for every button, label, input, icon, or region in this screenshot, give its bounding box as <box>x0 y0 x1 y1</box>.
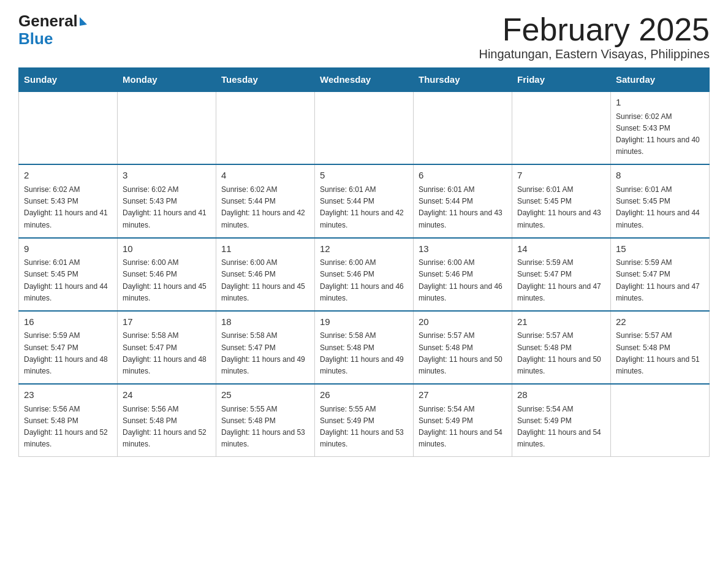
calendar-cell: 10Sunrise: 6:00 AM Sunset: 5:46 PM Dayli… <box>118 238 216 311</box>
day-info: Sunrise: 6:01 AM Sunset: 5:44 PM Dayligh… <box>320 184 408 231</box>
day-info: Sunrise: 6:02 AM Sunset: 5:44 PM Dayligh… <box>221 184 309 231</box>
calendar-subtitle: Hingatungan, Eastern Visayas, Philippine… <box>479 47 710 61</box>
calendar-header-thursday: Thursday <box>414 68 512 92</box>
calendar-cell: 4Sunrise: 6:02 AM Sunset: 5:44 PM Daylig… <box>216 164 315 237</box>
calendar-cell: 21Sunrise: 5:57 AM Sunset: 5:48 PM Dayli… <box>512 311 611 384</box>
calendar-table: SundayMondayTuesdayWednesdayThursdayFrid… <box>18 67 710 457</box>
day-number: 18 <box>221 315 309 329</box>
day-number: 7 <box>517 169 605 183</box>
page-header: General Blue February 2025 Hingatungan, … <box>18 12 710 61</box>
calendar-week-0: 1Sunrise: 6:02 AM Sunset: 5:43 PM Daylig… <box>19 91 710 164</box>
day-info: Sunrise: 6:02 AM Sunset: 5:43 PM Dayligh… <box>123 184 211 231</box>
calendar-cell <box>512 91 611 164</box>
day-number: 11 <box>221 242 309 256</box>
calendar-cell <box>414 91 512 164</box>
calendar-cell: 14Sunrise: 5:59 AM Sunset: 5:47 PM Dayli… <box>512 238 611 311</box>
calendar-cell: 19Sunrise: 5:58 AM Sunset: 5:48 PM Dayli… <box>315 311 414 384</box>
day-number: 13 <box>419 242 507 256</box>
day-info: Sunrise: 5:59 AM Sunset: 5:47 PM Dayligh… <box>24 330 112 377</box>
calendar-header-saturday: Saturday <box>611 68 710 92</box>
day-number: 16 <box>24 315 112 329</box>
day-number: 12 <box>320 242 408 256</box>
day-number: 27 <box>419 388 507 402</box>
title-area: February 2025 Hingatungan, Eastern Visay… <box>479 12 710 61</box>
day-number: 3 <box>123 169 211 183</box>
calendar-header-monday: Monday <box>118 68 216 92</box>
day-number: 28 <box>517 388 605 402</box>
day-number: 10 <box>123 242 211 256</box>
day-info: Sunrise: 6:01 AM Sunset: 5:45 PM Dayligh… <box>616 184 704 231</box>
calendar-cell: 15Sunrise: 5:59 AM Sunset: 5:47 PM Dayli… <box>611 238 710 311</box>
day-number: 14 <box>517 242 605 256</box>
day-info: Sunrise: 6:00 AM Sunset: 5:46 PM Dayligh… <box>123 257 211 304</box>
calendar-cell: 23Sunrise: 5:56 AM Sunset: 5:48 PM Dayli… <box>19 384 118 457</box>
day-number: 19 <box>320 315 408 329</box>
logo: General Blue <box>18 12 87 47</box>
logo-general-text: General <box>18 12 78 30</box>
calendar-cell: 2Sunrise: 6:02 AM Sunset: 5:43 PM Daylig… <box>19 164 118 237</box>
day-number: 6 <box>419 169 507 183</box>
day-info: Sunrise: 5:56 AM Sunset: 5:48 PM Dayligh… <box>123 404 211 451</box>
calendar-header-wednesday: Wednesday <box>315 68 414 92</box>
day-info: Sunrise: 6:02 AM Sunset: 5:43 PM Dayligh… <box>616 111 704 158</box>
calendar-cell <box>315 91 414 164</box>
day-info: Sunrise: 5:57 AM Sunset: 5:48 PM Dayligh… <box>616 330 704 377</box>
day-number: 23 <box>24 388 112 402</box>
day-info: Sunrise: 6:00 AM Sunset: 5:46 PM Dayligh… <box>221 257 309 304</box>
day-info: Sunrise: 5:54 AM Sunset: 5:49 PM Dayligh… <box>419 404 507 451</box>
calendar-cell: 27Sunrise: 5:54 AM Sunset: 5:49 PM Dayli… <box>414 384 512 457</box>
calendar-cell: 25Sunrise: 5:55 AM Sunset: 5:48 PM Dayli… <box>216 384 315 457</box>
day-number: 15 <box>616 242 704 256</box>
calendar-cell: 11Sunrise: 6:00 AM Sunset: 5:46 PM Dayli… <box>216 238 315 311</box>
day-number: 4 <box>221 169 309 183</box>
day-number: 9 <box>24 242 112 256</box>
day-info: Sunrise: 6:00 AM Sunset: 5:46 PM Dayligh… <box>419 257 507 304</box>
calendar-cell: 6Sunrise: 6:01 AM Sunset: 5:44 PM Daylig… <box>414 164 512 237</box>
calendar-cell <box>216 91 315 164</box>
calendar-header-friday: Friday <box>512 68 611 92</box>
day-number: 21 <box>517 315 605 329</box>
day-info: Sunrise: 5:54 AM Sunset: 5:49 PM Dayligh… <box>517 404 605 451</box>
day-info: Sunrise: 5:58 AM Sunset: 5:47 PM Dayligh… <box>221 330 309 377</box>
calendar-week-2: 9Sunrise: 6:01 AM Sunset: 5:45 PM Daylig… <box>19 238 710 311</box>
calendar-cell: 8Sunrise: 6:01 AM Sunset: 5:45 PM Daylig… <box>611 164 710 237</box>
calendar-cell: 7Sunrise: 6:01 AM Sunset: 5:45 PM Daylig… <box>512 164 611 237</box>
calendar-cell: 13Sunrise: 6:00 AM Sunset: 5:46 PM Dayli… <box>414 238 512 311</box>
day-info: Sunrise: 6:01 AM Sunset: 5:45 PM Dayligh… <box>24 257 112 304</box>
calendar-cell: 20Sunrise: 5:57 AM Sunset: 5:48 PM Dayli… <box>414 311 512 384</box>
day-number: 20 <box>419 315 507 329</box>
day-info: Sunrise: 6:02 AM Sunset: 5:43 PM Dayligh… <box>24 184 112 231</box>
calendar-cell <box>19 91 118 164</box>
calendar-cell: 18Sunrise: 5:58 AM Sunset: 5:47 PM Dayli… <box>216 311 315 384</box>
calendar-week-3: 16Sunrise: 5:59 AM Sunset: 5:47 PM Dayli… <box>19 311 710 384</box>
calendar-cell <box>611 384 710 457</box>
calendar-cell: 26Sunrise: 5:55 AM Sunset: 5:49 PM Dayli… <box>315 384 414 457</box>
day-info: Sunrise: 5:59 AM Sunset: 5:47 PM Dayligh… <box>517 257 605 304</box>
day-number: 22 <box>616 315 704 329</box>
calendar-cell: 28Sunrise: 5:54 AM Sunset: 5:49 PM Dayli… <box>512 384 611 457</box>
calendar-cell: 17Sunrise: 5:58 AM Sunset: 5:47 PM Dayli… <box>118 311 216 384</box>
day-info: Sunrise: 5:55 AM Sunset: 5:48 PM Dayligh… <box>221 404 309 451</box>
calendar-cell: 3Sunrise: 6:02 AM Sunset: 5:43 PM Daylig… <box>118 164 216 237</box>
calendar-week-1: 2Sunrise: 6:02 AM Sunset: 5:43 PM Daylig… <box>19 164 710 237</box>
day-number: 1 <box>616 96 704 110</box>
day-number: 17 <box>123 315 211 329</box>
day-info: Sunrise: 6:01 AM Sunset: 5:45 PM Dayligh… <box>517 184 605 231</box>
calendar-cell: 5Sunrise: 6:01 AM Sunset: 5:44 PM Daylig… <box>315 164 414 237</box>
calendar-cell: 1Sunrise: 6:02 AM Sunset: 5:43 PM Daylig… <box>611 91 710 164</box>
day-number: 26 <box>320 388 408 402</box>
day-info: Sunrise: 5:55 AM Sunset: 5:49 PM Dayligh… <box>320 404 408 451</box>
calendar-cell: 24Sunrise: 5:56 AM Sunset: 5:48 PM Dayli… <box>118 384 216 457</box>
calendar-cell: 9Sunrise: 6:01 AM Sunset: 5:45 PM Daylig… <box>19 238 118 311</box>
day-number: 5 <box>320 169 408 183</box>
day-number: 24 <box>123 388 211 402</box>
day-number: 2 <box>24 169 112 183</box>
day-info: Sunrise: 5:57 AM Sunset: 5:48 PM Dayligh… <box>419 330 507 377</box>
calendar-cell: 22Sunrise: 5:57 AM Sunset: 5:48 PM Dayli… <box>611 311 710 384</box>
calendar-week-4: 23Sunrise: 5:56 AM Sunset: 5:48 PM Dayli… <box>19 384 710 457</box>
calendar-title: February 2025 <box>479 12 710 47</box>
day-number: 8 <box>616 169 704 183</box>
logo-arrow-icon <box>80 16 87 26</box>
day-info: Sunrise: 5:58 AM Sunset: 5:47 PM Dayligh… <box>123 330 211 377</box>
calendar-cell <box>118 91 216 164</box>
